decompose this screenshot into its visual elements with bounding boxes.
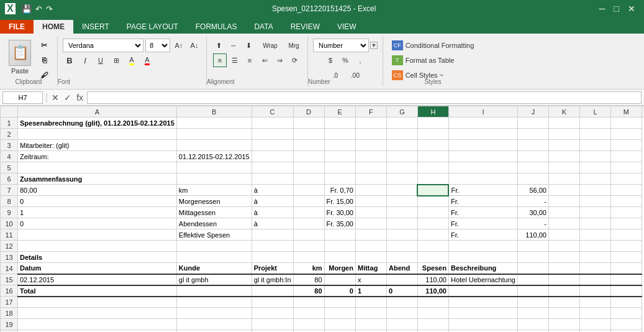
cell-16-2[interactable] [252, 285, 293, 297]
cell-13-10[interactable] [548, 252, 579, 263]
cell-20-2[interactable] [252, 330, 293, 333]
cell-5-2[interactable] [252, 162, 293, 173]
col-header-A[interactable]: A [18, 106, 177, 118]
cell-18-12[interactable] [610, 308, 642, 319]
cell-8-7[interactable] [417, 196, 448, 207]
conditional-formatting-button[interactable]: CF Conditional Formatting [389, 39, 478, 52]
cell-14-0[interactable]: Datum [18, 263, 177, 274]
cell-1-3[interactable] [293, 118, 324, 129]
row-header-12[interactable]: 12 [1, 241, 18, 252]
tab-data[interactable]: DATA [245, 20, 281, 34]
cell-20-6[interactable] [386, 330, 417, 333]
align-top-button[interactable]: ⬆ [212, 39, 225, 52]
cell-20-11[interactable] [579, 330, 610, 333]
cell-3-11[interactable] [579, 140, 610, 151]
copy-button[interactable]: ⎘ [36, 53, 52, 67]
cell-reference-input[interactable] [2, 91, 43, 104]
cell-19-0[interactable] [18, 319, 177, 330]
cell-10-7[interactable] [417, 218, 448, 229]
cell-15-0[interactable]: 02.12.2015 [18, 274, 177, 285]
cell-19-3[interactable] [293, 319, 324, 330]
cell-14-5[interactable]: Mittag [355, 263, 386, 274]
cell-15-1[interactable]: gl it gmbh [176, 274, 252, 285]
cell-14-1[interactable]: Kunde [176, 263, 252, 274]
cell-16-4[interactable]: 0 [324, 285, 355, 297]
cell-20-4[interactable] [324, 330, 355, 333]
cut-button[interactable]: ✂ [36, 39, 52, 52]
underline-button[interactable]: U [94, 53, 107, 67]
row-header-20[interactable]: 20 [1, 330, 18, 333]
cell-20-12[interactable] [610, 330, 642, 333]
cell-3-10[interactable] [548, 140, 579, 151]
cell-2-9[interactable] [517, 129, 548, 140]
cell-14-10[interactable] [548, 263, 579, 274]
cell-6-8[interactable] [448, 173, 517, 185]
cell-13-3[interactable] [293, 252, 324, 263]
undo-icon[interactable]: ↶ [35, 4, 42, 14]
cell-18-7[interactable] [417, 308, 448, 319]
cell-10-4[interactable]: Fr. 35,00 [324, 218, 355, 229]
cell-16-6[interactable]: 0 [386, 285, 417, 297]
align-middle-button[interactable]: ↔ [227, 39, 240, 52]
cell-16-0[interactable]: Total [18, 285, 177, 297]
col-header-F[interactable]: F [355, 106, 386, 118]
row-header-13[interactable]: 13 [1, 252, 18, 263]
increase-indent-button[interactable]: ⇒ [273, 53, 286, 67]
cell-17-4[interactable] [324, 297, 355, 308]
decrease-font-button[interactable]: A↓ [188, 39, 201, 52]
cell-14-11[interactable] [579, 263, 610, 274]
cell-7-5[interactable] [355, 185, 386, 196]
row-header-4[interactable]: 4 [1, 151, 18, 162]
font-size-select[interactable]: 8 [145, 39, 170, 52]
row-header-15[interactable]: 15 [1, 274, 18, 285]
cell-5-3[interactable] [293, 162, 324, 173]
cell-16-10[interactable] [548, 285, 579, 297]
tab-home[interactable]: HOME [34, 20, 73, 34]
cell-6-1[interactable] [176, 173, 252, 185]
cell-6-0[interactable]: Zusammenfassung [18, 173, 177, 185]
cell-4-9[interactable] [517, 151, 548, 162]
row-header-16[interactable]: 16 [1, 285, 18, 297]
tab-insert[interactable]: INSERT [73, 20, 118, 34]
orientation-button[interactable]: ⟳ [288, 53, 301, 67]
cancel-formula-button[interactable]: ✕ [50, 93, 60, 103]
cell-15-2[interactable]: gl it gmbh:In [252, 274, 293, 285]
align-center-button[interactable]: ☰ [228, 53, 242, 67]
cell-5-11[interactable] [579, 162, 610, 173]
cell-15-7[interactable]: 110,00 [417, 274, 448, 285]
cell-18-6[interactable] [386, 308, 417, 319]
cell-18-4[interactable] [324, 308, 355, 319]
cell-15-3[interactable]: 80 [293, 274, 324, 285]
cell-1-4[interactable] [324, 118, 355, 129]
cell-3-5[interactable] [355, 140, 386, 151]
cell-6-2[interactable] [252, 173, 293, 185]
cell-7-7[interactable] [417, 185, 448, 196]
cell-16-7[interactable]: 110,00 [417, 285, 448, 297]
save-icon[interactable]: 💾 [22, 4, 32, 14]
cell-17-1[interactable] [176, 297, 252, 308]
cell-12-9[interactable] [517, 241, 548, 252]
cell-4-2[interactable] [252, 151, 293, 162]
number-format-expand-button[interactable]: ▼ [370, 42, 378, 49]
cell-1-1[interactable] [176, 118, 252, 129]
cell-17-11[interactable] [579, 297, 610, 308]
cell-17-0[interactable] [18, 297, 177, 308]
cell-6-4[interactable] [324, 173, 355, 185]
cell-10-3[interactable] [293, 218, 324, 229]
cell-15-5[interactable]: x [355, 274, 386, 285]
cell-18-9[interactable] [517, 308, 548, 319]
cell-18-3[interactable] [293, 308, 324, 319]
bold-button[interactable]: B [63, 53, 76, 67]
cell-13-5[interactable] [355, 252, 386, 263]
cell-15-11[interactable] [579, 274, 610, 285]
cell-6-5[interactable] [355, 173, 386, 185]
cell-9-12[interactable] [610, 207, 642, 218]
border-button[interactable]: ⊞ [109, 53, 123, 67]
cell-15-6[interactable] [386, 274, 417, 285]
align-left-button[interactable]: ≡ [213, 53, 227, 67]
cell-1-6[interactable] [386, 118, 417, 129]
cell-13-6[interactable] [386, 252, 417, 263]
cell-16-5[interactable]: 1 [355, 285, 386, 297]
cell-8-12[interactable] [610, 196, 642, 207]
cell-1-8[interactable] [448, 118, 517, 129]
